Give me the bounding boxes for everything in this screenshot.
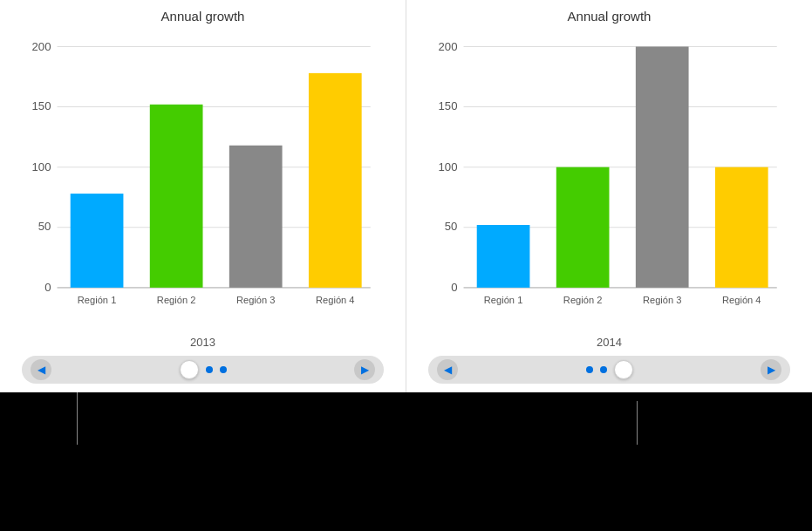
svg-text:50: 50 <box>38 220 51 233</box>
nav-dot-right-1[interactable] <box>600 366 607 373</box>
nav-dot-right-2[interactable] <box>614 360 633 379</box>
chart-right-prev[interactable]: ◀ <box>437 359 458 380</box>
chart-right-title: Annual growth <box>568 9 652 24</box>
svg-rect-16 <box>309 73 362 288</box>
chart-left-dots <box>180 360 227 379</box>
svg-text:200: 200 <box>32 39 51 52</box>
svg-rect-12 <box>150 105 203 288</box>
svg-rect-32 <box>636 46 689 287</box>
chart-right-year: 2014 <box>597 336 622 349</box>
nav-dot-left-0[interactable] <box>180 360 199 379</box>
nav-dot-right-0[interactable] <box>586 366 593 373</box>
chart-left-prev[interactable]: ◀ <box>31 359 51 380</box>
svg-rect-30 <box>556 167 610 288</box>
chart-left-next[interactable]: ▶ <box>354 359 375 380</box>
svg-rect-14 <box>229 146 283 288</box>
svg-text:Región 1: Región 1 <box>78 295 117 305</box>
svg-rect-10 <box>71 194 124 288</box>
nav-dot-left-2[interactable] <box>220 366 227 373</box>
annotation-line-left <box>77 392 78 445</box>
svg-text:Región 4: Región 4 <box>316 295 355 305</box>
nav-dot-left-1[interactable] <box>206 366 213 373</box>
chart-right-area: 200 150 100 50 0 Región 1 Región 2 Regió… <box>424 29 795 332</box>
svg-text:Región 4: Región 4 <box>722 295 761 305</box>
svg-text:150: 150 <box>439 99 458 112</box>
svg-text:100: 100 <box>439 160 458 174</box>
svg-rect-28 <box>477 225 530 288</box>
svg-text:100: 100 <box>32 160 51 174</box>
svg-text:0: 0 <box>44 281 51 294</box>
svg-text:Región 2: Región 2 <box>157 295 196 305</box>
svg-text:Región 2: Región 2 <box>563 295 603 305</box>
svg-text:Región 3: Región 3 <box>236 295 276 305</box>
svg-text:150: 150 <box>32 99 51 112</box>
chart-right-nav[interactable]: ◀ ▶ <box>428 356 790 384</box>
chart-right-next[interactable]: ▶ <box>761 359 781 380</box>
chart-left-year: 2013 <box>190 336 215 349</box>
chart-right-dots <box>586 360 633 379</box>
chart-right: Annual growth 200 150 100 50 0 Región 1 <box>406 0 812 392</box>
chart-left: Annual growth 200 150 100 50 0 <box>0 0 406 392</box>
svg-text:50: 50 <box>445 220 458 233</box>
svg-rect-34 <box>715 167 768 288</box>
svg-text:200: 200 <box>439 39 458 52</box>
svg-text:Región 1: Región 1 <box>484 295 523 305</box>
chart-left-nav[interactable]: ◀ ▶ <box>22 356 384 384</box>
bottom-area <box>0 392 812 531</box>
annotation-line-right <box>637 401 638 445</box>
chart-left-area: 200 150 100 50 0 Región 1 Región 2 Regió… <box>17 29 388 332</box>
svg-text:Región 3: Región 3 <box>643 295 682 305</box>
svg-text:0: 0 <box>451 281 457 294</box>
chart-left-title: Annual growth <box>161 9 245 24</box>
